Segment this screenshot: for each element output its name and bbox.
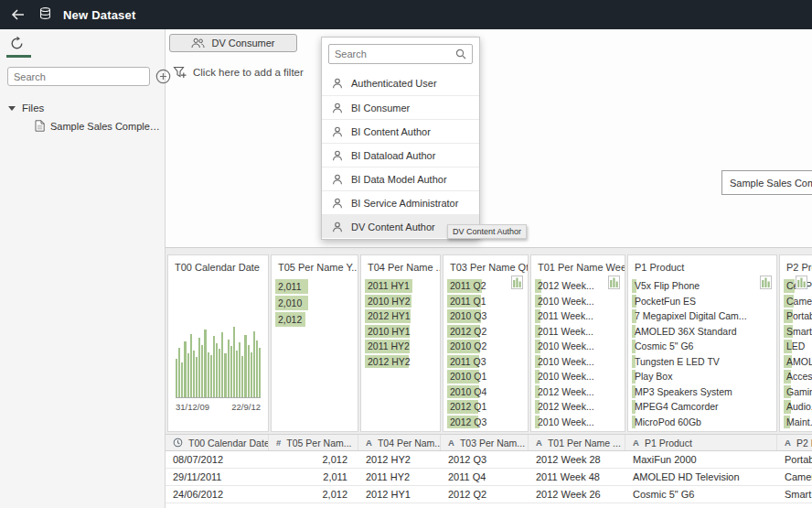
value-row[interactable]: 2012 HY1 <box>365 308 436 324</box>
value-row[interactable]: 2011 HY1 <box>365 278 436 294</box>
value-row[interactable]: 2010 Week... <box>535 369 621 384</box>
value-row[interactable]: 2012 Week... <box>535 399 621 415</box>
histogram-bar <box>221 332 223 397</box>
value-row[interactable]: 2,010 <box>275 295 354 311</box>
value-row[interactable]: PocketFun ES <box>632 294 773 309</box>
value-row[interactable]: 2012 Q2 <box>447 324 524 340</box>
value-row[interactable]: Tungsten E LED TV <box>632 354 773 370</box>
mini-histogram-icon[interactable] <box>796 276 807 289</box>
dropdown-item-bi-consumer[interactable]: BI Consumer <box>322 95 479 119</box>
value-label: 2012 HY2 <box>365 354 436 370</box>
value-row[interactable]: LED <box>784 339 812 354</box>
table-row[interactable]: 29/11/20112,0112011 HY22011 Q42011 Week … <box>166 469 812 486</box>
role-chip-dv-consumer[interactable]: DV Consumer <box>169 34 297 52</box>
value-row[interactable]: 2010 Week... <box>535 294 621 309</box>
back-button[interactable] <box>9 6 27 23</box>
table-cell: 2012 Week 26 <box>529 486 625 503</box>
value-list: 2012 Week...2010 Week...2011 Week...2011… <box>531 276 625 429</box>
value-row[interactable]: 2011 Q3 <box>447 354 524 370</box>
add-connection-button[interactable] <box>155 69 171 84</box>
value-row[interactable]: Gamin... <box>784 384 812 400</box>
column-card-5[interactable]: T01 Per Name Week2012 Week...2010 Week..… <box>530 254 625 432</box>
value-label: 2011 HY2 <box>365 339 436 354</box>
value-row[interactable]: 2010 Q1 <box>447 369 524 384</box>
value-row[interactable]: AMOL... <box>784 354 812 370</box>
mini-histogram-icon[interactable] <box>608 276 620 289</box>
value-row[interactable]: 2011 HY2 <box>365 339 436 354</box>
column-card-6[interactable]: P1 ProductV5x Flip PhonePocketFun ES7 Me… <box>627 254 777 432</box>
table-cell: MaxiFun 2000 <box>625 451 777 468</box>
value-row[interactable]: Play Box <box>632 369 773 384</box>
tree-node-files[interactable]: Files <box>0 100 165 117</box>
table-row[interactable]: 24/06/20122,0122012 HY12012 Q22012 Week … <box>166 486 812 503</box>
value-row[interactable]: Maint... <box>784 415 812 430</box>
value-row[interactable]: 2010 HY2 <box>365 294 436 309</box>
mini-histogram-icon[interactable] <box>760 276 772 289</box>
dropdown-search-box[interactable] <box>328 44 473 64</box>
value-row[interactable]: MicroPod 60Gb <box>632 415 773 430</box>
table-header-1[interactable]: T00 Calendar Date <box>166 435 269 450</box>
tree-node-sample-sales-file[interactable]: Sample Sales Complete... <box>0 117 165 135</box>
table-header-6[interactable]: AP1 Product <box>625 435 777 450</box>
table-row[interactable]: 08/07/20122,0122012 HY22012 Q32012 Week … <box>166 451 812 469</box>
table-header-2[interactable]: #T05 Per Nam... <box>269 435 358 450</box>
value-row[interactable]: Acces... <box>784 369 812 384</box>
value-row[interactable]: 2010 Q4 <box>447 384 524 400</box>
value-row[interactable]: MPEG4 Camcorder <box>632 399 773 415</box>
dropdown-search-input[interactable] <box>335 49 452 59</box>
value-row[interactable]: 2010 Q3 <box>447 308 524 324</box>
value-row[interactable]: 2011 Week... <box>535 308 621 324</box>
table-header-7[interactable]: AP2 Pro... <box>777 435 812 450</box>
value-row[interactable]: 2010 HY1 <box>365 324 436 340</box>
value-row[interactable]: Portab... <box>784 308 812 324</box>
column-card-1[interactable]: T00 Calendar Date31/12/0922/9/12 <box>167 254 269 432</box>
histogram-bar <box>259 348 261 397</box>
add-filter-bar[interactable]: Click here to add a filter <box>173 66 304 79</box>
value-row[interactable]: Came... <box>784 294 812 309</box>
value-row[interactable]: 2012 Q3 <box>447 415 524 430</box>
sidebar-tab-connections[interactable] <box>0 29 165 58</box>
value-list: 2011 Q22011 Q12010 Q32012 Q22010 Q22011 … <box>443 276 528 429</box>
column-card-3[interactable]: T04 Per Name ...2011 HY12010 HY22012 HY1… <box>360 254 441 432</box>
value-row[interactable]: 2010 Q2 <box>447 339 524 354</box>
value-row[interactable]: 2,011 <box>275 278 354 295</box>
dropdown-item-label: BI Dataload Author <box>351 150 435 161</box>
value-row[interactable]: V5x Flip Phone <box>632 278 773 294</box>
value-row[interactable]: 2010 Week... <box>535 339 621 354</box>
value-row[interactable]: 2011 Week... <box>535 324 621 340</box>
value-row[interactable]: 2,012 <box>275 311 354 328</box>
mini-histogram-icon[interactable] <box>511 276 523 289</box>
column-type-text-icon: A <box>536 438 542 448</box>
table-header-5[interactable]: AT01 Per Name ... <box>529 435 625 450</box>
dropdown-item-bi-content-author[interactable]: BI Content Author <box>322 119 479 143</box>
dropdown-item-bi-data-model-author[interactable]: BI Data Model Author <box>322 167 479 190</box>
tooltip: DV Content Author <box>447 224 527 239</box>
dropdown-item-authenticated-user[interactable]: Authenticated User <box>322 71 479 95</box>
histogram-bar <box>233 327 235 397</box>
column-card-7[interactable]: P2 Pro...Cell Ph...Came...Portab...Smart… <box>779 254 812 432</box>
value-row[interactable]: 2011 Q1 <box>447 294 524 309</box>
value-row[interactable]: 2012 HY2 <box>365 354 436 370</box>
value-row[interactable]: 2012 Q1 <box>447 399 524 415</box>
value-label: AMOL... <box>784 354 812 370</box>
value-row[interactable]: 2012 Week... <box>535 384 621 400</box>
value-row[interactable]: 2010 Week... <box>535 415 621 430</box>
dropdown-item-bi-service-administrator[interactable]: BI Service Administrator <box>322 190 479 214</box>
value-row[interactable]: Cosmic 5" G6 <box>632 339 773 354</box>
sidebar-search-input[interactable] <box>7 67 150 86</box>
value-row[interactable]: AMOLED 36X Standard <box>632 324 773 340</box>
dropdown-item-bi-dataload-author[interactable]: BI Dataload Author <box>322 143 479 167</box>
role-icon <box>332 78 343 89</box>
dataset-node[interactable]: Sample Sales Comple <box>721 170 812 195</box>
value-row[interactable]: Smart... <box>784 324 812 340</box>
table-header-3[interactable]: AT04 Per Nam... <box>358 435 441 450</box>
value-row[interactable]: 2010 Week... <box>535 354 621 370</box>
column-card-2[interactable]: T05 Per Name Y...2,0112,0102,012 <box>271 254 358 432</box>
table-header-4[interactable]: AT03 Per Nam... <box>441 435 529 450</box>
value-row[interactable]: MP3 Speakers System <box>632 384 773 400</box>
value-row[interactable]: Audio... <box>784 399 812 415</box>
value-label: 2,012 <box>275 311 354 328</box>
value-row[interactable]: 7 Megapixel Digital Cam... <box>632 308 773 324</box>
column-card-4[interactable]: T03 Per Name Qtr2011 Q22011 Q12010 Q3201… <box>443 254 529 432</box>
role-icon <box>332 174 343 185</box>
